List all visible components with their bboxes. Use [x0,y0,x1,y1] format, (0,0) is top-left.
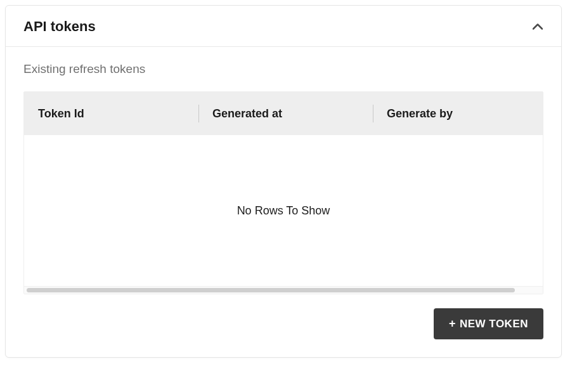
column-header-label: Generate by [387,107,453,121]
panel-footer: + NEW TOKEN [23,308,543,339]
column-header-label: Generated at [212,107,282,121]
column-header-label: Token Id [38,107,84,121]
panel-header[interactable]: API tokens [6,6,561,47]
api-tokens-panel: API tokens Existing refresh tokens Token… [5,5,562,358]
panel-title: API tokens [23,18,96,35]
tokens-table: Token Id Generated at Generate by No Row… [23,91,543,294]
scrollbar-thumb[interactable] [27,288,515,292]
chevron-up-icon [532,21,543,32]
column-header-generated-at[interactable]: Generated at [198,101,373,126]
new-token-button-label: NEW TOKEN [460,318,528,330]
new-token-button[interactable]: + NEW TOKEN [434,308,543,339]
table-header-row: Token Id Generated at Generate by [24,92,543,135]
horizontal-scrollbar[interactable] [24,286,543,294]
empty-state-message: No Rows To Show [237,204,330,218]
tokens-subtitle: Existing refresh tokens [23,62,543,76]
plus-icon: + [449,317,456,330]
column-header-token-id[interactable]: Token Id [24,101,198,126]
panel-body: Existing refresh tokens Token Id Generat… [6,47,561,357]
column-header-generate-by[interactable]: Generate by [373,101,535,126]
table-body: No Rows To Show [24,135,543,286]
